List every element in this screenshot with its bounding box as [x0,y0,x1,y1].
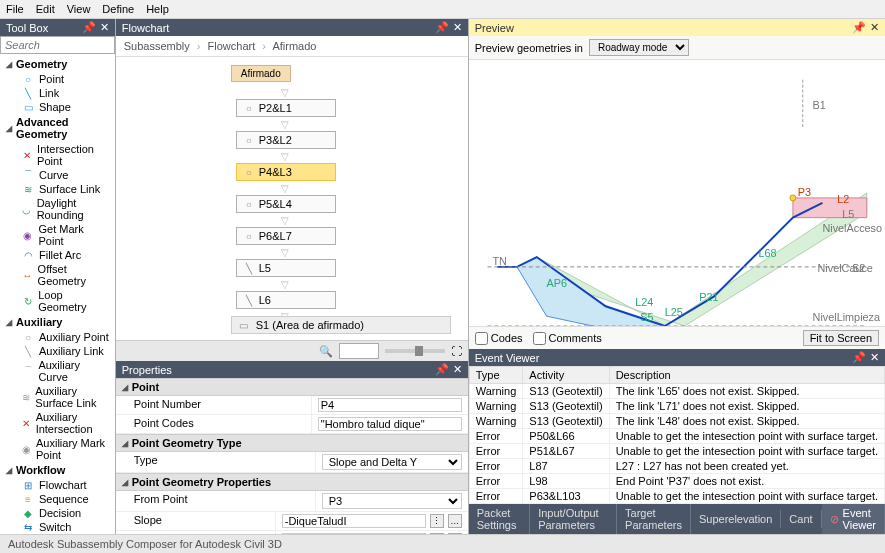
crumb-1[interactable]: Flowchart [208,40,256,52]
tree-item[interactable]: ≋Auxiliary Surface Link [0,384,115,410]
col-description[interactable]: Description [609,367,884,384]
tree-item[interactable]: ↔Offset Geometry [0,262,115,288]
close-icon[interactable]: ✕ [453,21,462,34]
tree-item[interactable]: ↻Loop Geometry [0,288,115,314]
tab-packet-settings[interactable]: Packet Settings [469,504,530,534]
preview-mode-select[interactable]: Roadway mode [589,39,689,56]
prop-browse-button[interactable]: … [448,514,462,528]
tree-item[interactable]: ✕Intersection Point [0,142,115,168]
pin-icon[interactable]: 📌 [82,21,96,34]
prop-select[interactable]: Slope and Delta Y [322,454,462,470]
tree-category[interactable]: Workflow [0,462,115,478]
tab-superelevation[interactable]: Superelevation [691,510,781,528]
flowchart-node[interactable]: ╲L6 [236,291,336,309]
svg-text:NivelLimpieza: NivelLimpieza [812,311,880,323]
flowchart-node[interactable]: ○P6&L7 [236,227,336,245]
menu-edit[interactable]: Edit [36,3,55,15]
tab-event-viewer[interactable]: ⊘Event Viewer [822,504,885,534]
menu-help[interactable]: Help [146,3,169,15]
tab-cant[interactable]: Cant [781,510,821,528]
tree-category[interactable]: Advanced Geometry [0,114,115,142]
event-row[interactable]: ErrorL98End Point 'P37' does not exist. [469,474,884,489]
event-row[interactable]: WarningS13 (Geotextil)The link 'L48' doe… [469,414,884,429]
pin-icon[interactable]: 📌 [852,351,866,364]
crumb-0[interactable]: Subassembly [124,40,190,52]
prop-select[interactable]: P3 [322,493,462,509]
zoom-icon[interactable]: 🔍 [319,345,333,358]
flowchart-node[interactable]: ○P4&L3 [236,163,336,181]
pin-icon[interactable]: 📌 [852,21,866,34]
col-type[interactable]: Type [469,367,523,384]
tree-item[interactable]: ▭Shape [0,100,115,114]
codes-checkbox[interactable]: Codes [475,332,523,345]
main-area: Tool Box 📌✕ Geometry○Point╲Link▭ShapeAdv… [0,19,885,534]
tree-item[interactable]: ✕Auxiliary Intersection [0,410,115,436]
preview-footer: Codes Comments Fit to Screen [469,326,885,349]
event-row[interactable]: WarningS13 (Geotextil)The link 'L71' doe… [469,399,884,414]
event-row[interactable]: ErrorP63&L103Unable to get the intesecti… [469,489,884,504]
flowchart-end-node[interactable]: ▭S1 (Area de afirmado) [231,316,451,334]
right-column: Preview 📌✕ Preview geometries in Roadway… [469,19,885,534]
fit-to-screen-button[interactable]: Fit to Screen [803,330,879,346]
fit-icon[interactable]: ⛶ [451,345,462,357]
close-icon[interactable]: ✕ [100,21,109,34]
tree-item[interactable]: ≋Surface Link [0,182,115,196]
flowchart-canvas[interactable]: Afirmado▽○P2&L1▽○P3&L2▽○P4&L3▽○P5&L4▽○P6… [116,57,468,340]
flowchart-node[interactable]: ╲L5 [236,259,336,277]
toolbox-search[interactable] [0,36,115,54]
event-type: Warning [469,414,523,429]
comments-checkbox[interactable]: Comments [533,332,602,345]
tree-category[interactable]: Geometry [0,56,115,72]
tree-item[interactable]: ○Auxiliary Point [0,330,115,344]
close-icon[interactable]: ✕ [453,363,462,376]
tree-item[interactable]: ◉Get Mark Point [0,222,115,248]
event-row[interactable]: WarningS13 (Geotextil)The link 'L65' doe… [469,384,884,399]
event-row[interactable]: ErrorL87L27 : L27 has not been created y… [469,459,884,474]
tree-item[interactable]: ⌒Auxiliary Curve [0,358,115,384]
zoom-input[interactable] [339,343,379,359]
pin-icon[interactable]: 📌 [435,21,449,34]
flowchart-start-node[interactable]: Afirmado [231,65,291,82]
prop-input[interactable] [318,417,462,431]
pin-icon[interactable]: 📌 [435,363,449,376]
tree-item[interactable]: ⌒Curve [0,168,115,182]
flowchart-node[interactable]: ○P2&L1 [236,99,336,117]
prop-section-header[interactable]: Point Geometry Type [116,434,468,452]
close-icon[interactable]: ✕ [870,351,879,364]
event-row[interactable]: ErrorP51&L67Unable to get the intesectio… [469,444,884,459]
tree-item[interactable]: ◡Daylight Rounding [0,196,115,222]
tree-item[interactable]: ○Point [0,72,115,86]
prop-input[interactable] [282,514,426,528]
tab-io-parameters[interactable]: Input/Output Parameters [530,504,617,534]
tree-item[interactable]: ◉Auxiliary Mark Point [0,436,115,462]
event-table-wrapper[interactable]: Type Activity Description WarningS13 (Ge… [469,366,885,504]
flow-arrow-icon: ▽ [281,151,289,162]
tree-item[interactable]: ◠Fillet Arc [0,248,115,262]
prop-input[interactable] [318,398,462,412]
item-label: Get Mark Point [38,223,108,247]
menu-file[interactable]: File [6,3,24,15]
crumb-2[interactable]: Afirmado [272,40,316,52]
close-icon[interactable]: ✕ [870,21,879,34]
tree-item[interactable]: ≡Sequence [0,492,115,506]
tab-target-parameters[interactable]: Target Parameters [617,504,691,534]
prop-section-header[interactable]: Point Geometry Properties [116,473,468,491]
tree-category[interactable]: Auxiliary [0,314,115,330]
prop-section-header[interactable]: Point [116,378,468,396]
preview-canvas[interactable]: B1 TN P3 L2 L5 NivelAcceso NivelCauce S2… [469,60,885,326]
flowchart-node[interactable]: ○P3&L2 [236,131,336,149]
flowchart-node[interactable]: ○P5&L4 [236,195,336,213]
zoom-slider[interactable] [385,349,445,353]
tree-item[interactable]: ╲Link [0,86,115,100]
prop-value-cell: P3 [316,491,468,511]
tree-item[interactable]: ⊞Flowchart [0,478,115,492]
prop-dropdown-button[interactable]: ⋮ [430,514,444,528]
event-row[interactable]: ErrorP50&L66Unable to get the intesectio… [469,429,884,444]
menu-define[interactable]: Define [102,3,134,15]
menu-view[interactable]: View [67,3,91,15]
col-activity[interactable]: Activity [523,367,609,384]
tree-item[interactable]: ╲Auxiliary Link [0,344,115,358]
tree-item[interactable]: ◆Decision [0,506,115,520]
event-type: Error [469,474,523,489]
tree-item[interactable]: ⇆Switch [0,520,115,534]
